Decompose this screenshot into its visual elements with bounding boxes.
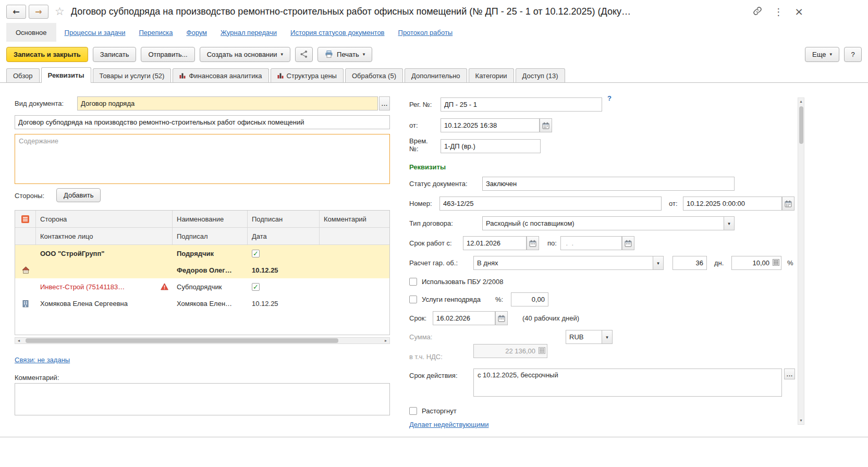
invalidate-link[interactable]: Делает недействующими <box>409 421 488 428</box>
table-row[interactable]: Федоров Олег… 10.12.25 <box>15 262 389 278</box>
scroll-down-icon[interactable]: ▾ <box>798 417 804 424</box>
work-from-calendar-button[interactable] <box>527 236 539 250</box>
guarantee-mode-dropdown-button[interactable]: ▾ <box>653 256 664 270</box>
nav-link-work-protocol[interactable]: Протокол работы <box>398 29 453 36</box>
col-header-name[interactable]: Наименование <box>173 211 248 227</box>
contract-type-dropdown-button[interactable]: ▾ <box>724 216 735 230</box>
amount-field <box>473 344 547 358</box>
contract-number-label: Номер: <box>409 196 432 211</box>
back-button[interactable]: ← <box>6 5 26 19</box>
tab-processing[interactable]: Обработка (5) <box>345 68 403 82</box>
check-icon: ✓ <box>253 250 259 257</box>
signed-checkbox[interactable]: ✓ <box>252 283 260 291</box>
scrollbar-thumb[interactable] <box>26 338 338 343</box>
contract-date-field[interactable] <box>683 196 782 211</box>
save-and-close-button[interactable]: Записать и закрыть <box>6 47 88 62</box>
work-to-calendar-button[interactable] <box>622 236 634 250</box>
nav-link-processes[interactable]: Процессы и задачи <box>65 29 126 36</box>
window-menu-icon[interactable]: ⋮ <box>774 6 783 17</box>
signed-checkbox[interactable]: ✓ <box>252 250 260 257</box>
tab-label: Обзор <box>13 72 33 80</box>
document-name-field[interactable] <box>15 115 390 129</box>
send-button[interactable]: Отправить... <box>141 47 194 62</box>
col-header-contact[interactable]: Контактное лицо <box>36 228 173 244</box>
days-suffix-label: дн. <box>714 256 724 270</box>
left-panel: Вид документа: ... Содержание Стороны: Д… <box>15 83 390 437</box>
close-icon[interactable]: × <box>794 5 803 18</box>
col-header-signed-by[interactable]: Подписал <box>173 228 248 244</box>
get-link-icon[interactable] <box>753 6 762 17</box>
share-button[interactable] <box>295 47 313 62</box>
tab-additional[interactable]: Дополнительно <box>405 68 467 82</box>
doc-type-select-button[interactable]: ... <box>379 96 390 110</box>
tab-goods-services[interactable]: Товары и услуги (52) <box>93 68 172 82</box>
help-button[interactable]: ? <box>844 47 862 62</box>
col-header-signed[interactable]: Подписан <box>248 211 320 227</box>
currency-dropdown-button[interactable]: ▾ <box>602 330 613 344</box>
tab-price-structure[interactable]: Структура цены <box>271 68 344 82</box>
nav-item-main[interactable]: Основное <box>6 23 56 42</box>
terminated-checkbox[interactable] <box>409 407 417 415</box>
tab-requisites[interactable]: Реквизиты <box>41 67 91 83</box>
nav-link-transfer-log[interactable]: Журнал передачи <box>221 29 277 36</box>
reg-date-field[interactable] <box>441 118 540 132</box>
col-header-comment[interactable]: Комментарий <box>320 211 389 227</box>
tab-overview[interactable]: Обзор <box>6 68 40 82</box>
favorite-star-icon[interactable]: ☆ <box>55 5 65 18</box>
guarantee-mode-combo[interactable]: В днях <box>473 256 653 270</box>
gen-pct-field[interactable] <box>511 292 548 306</box>
horizontal-scrollbar[interactable]: ◂ ▸ <box>15 337 390 344</box>
doc-type-field[interactable] <box>77 96 378 110</box>
contract-date-label: от: <box>669 196 678 211</box>
help-question-icon[interactable]: ? <box>607 94 612 102</box>
work-from-field[interactable] <box>463 236 527 250</box>
currency-combo[interactable]: RUB <box>566 330 602 344</box>
reg-number-field[interactable] <box>441 97 602 112</box>
tab-label: Категории <box>475 72 507 80</box>
scrollbar-thumb[interactable] <box>799 106 803 144</box>
add-party-button[interactable]: Добавить <box>56 188 101 202</box>
tab-categories[interactable]: Категории <box>469 68 514 82</box>
save-button[interactable]: Записать <box>93 47 137 62</box>
vertical-scrollbar[interactable]: ▴ ▾ <box>798 97 804 425</box>
col-header-date[interactable]: Дата <box>248 228 320 244</box>
term-calendar-button[interactable] <box>495 311 508 325</box>
tab-financial-analytics[interactable]: Финансовая аналитика <box>173 68 268 82</box>
validity-select-button[interactable]: ... <box>784 368 795 379</box>
scroll-right-icon[interactable]: ▸ <box>382 338 389 343</box>
table-row[interactable]: Инвест-Строй (75141183… Субподрядчик ✓ <box>15 278 389 295</box>
scroll-left-icon[interactable]: ◂ <box>15 338 22 343</box>
col-header-party[interactable]: Сторона <box>36 211 173 227</box>
nav-link-forum[interactable]: Форум <box>187 29 207 36</box>
role-cell: Субподрядчик <box>173 278 248 295</box>
reg-date-calendar-button[interactable] <box>540 118 552 132</box>
nav-link-correspondence[interactable]: Переписка <box>139 29 173 36</box>
contract-date-calendar-button[interactable] <box>782 196 794 211</box>
validity-field[interactable]: с 10.12.2025, бессрочный <box>473 368 782 397</box>
guarantee-days-field[interactable] <box>673 256 707 270</box>
parties-table[interactable]: Сторона Наименование Подписан Комментари… <box>15 210 390 335</box>
tab-label: Товары и услуги (52) <box>100 72 165 80</box>
section-nav: Основное Процессы и задачи Переписка Фор… <box>0 23 868 42</box>
table-row[interactable]: ООО "СтройГрупп" Подрядчик ✓ <box>15 245 389 262</box>
more-actions-button[interactable]: Еще ▾ <box>805 47 839 62</box>
table-row[interactable]: Хомякова Елена Сергеевна Хомякова Елен… … <box>15 295 389 312</box>
nav-link-status-history[interactable]: История статусов документов <box>290 29 384 36</box>
tab-label: Реквизиты <box>48 71 84 79</box>
term-field[interactable] <box>433 311 495 325</box>
print-button[interactable]: Печать ▾ <box>317 47 372 62</box>
content-textarea[interactable]: Содержание <box>15 134 390 184</box>
gen-services-checkbox[interactable] <box>409 296 417 303</box>
forward-button[interactable]: → <box>29 5 48 19</box>
temp-number-field[interactable] <box>441 139 541 153</box>
create-based-on-button[interactable]: Создать на основании ▾ <box>200 47 290 62</box>
status-field[interactable] <box>482 177 735 191</box>
contract-type-combo[interactable]: Расходный (с поставщиком) <box>482 216 724 230</box>
comment-textarea[interactable] <box>15 383 390 415</box>
scroll-up-icon[interactable]: ▴ <box>798 98 804 105</box>
relations-link[interactable]: Связи: не заданы <box>15 356 70 364</box>
work-to-field[interactable] <box>560 236 622 250</box>
tab-access[interactable]: Доступ (13) <box>516 68 565 82</box>
pbu-checkbox[interactable] <box>409 278 417 286</box>
contract-number-field[interactable] <box>439 196 662 211</box>
